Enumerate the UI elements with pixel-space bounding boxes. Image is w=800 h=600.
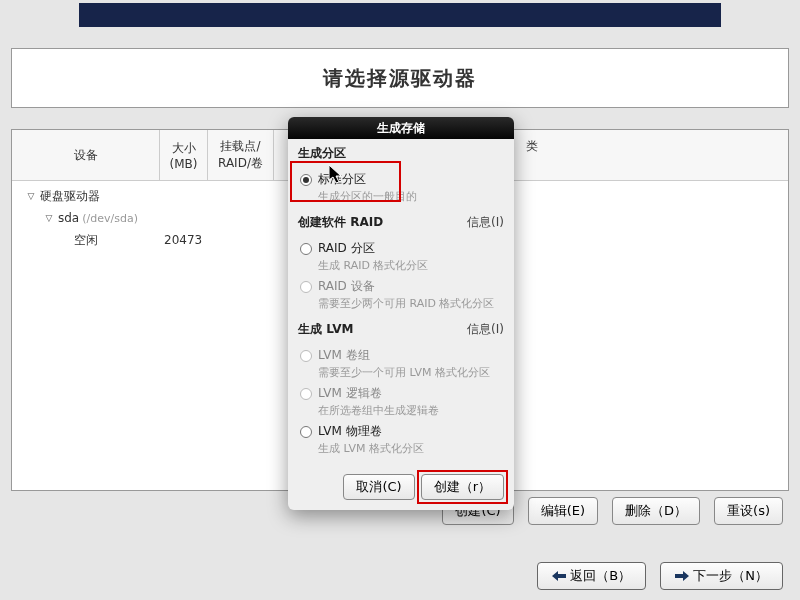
- radio-raid-device: RAID 设备: [298, 275, 504, 296]
- raid-info[interactable]: 信息(I): [467, 214, 504, 231]
- arrow-right-icon: [675, 571, 689, 581]
- radio-icon: [300, 388, 312, 400]
- next-button[interactable]: 下一步（N）: [660, 562, 783, 590]
- nav-actions: 返回（B） 下一步（N）: [11, 562, 789, 590]
- radio-icon: [300, 350, 312, 362]
- radio-lvm-lv: LVM 逻辑卷: [298, 382, 504, 403]
- dialog-body: 生成分区 标准分区 生成分区的一般目的 创建软件 RAID 信息(I) RAID…: [288, 139, 514, 466]
- radio-lvm-pv[interactable]: LVM 物理卷: [298, 420, 504, 441]
- disk-path: (/dev/sda): [82, 212, 138, 225]
- edit-button[interactable]: 编辑(E): [528, 497, 598, 525]
- dialog-create-button[interactable]: 创建（r）: [421, 474, 504, 500]
- free-label: 空闲: [74, 232, 98, 249]
- svg-marker-0: [552, 571, 566, 581]
- col-size[interactable]: 大小 (MB): [160, 130, 208, 180]
- lvm-pv-sub: 生成 LVM 格式化分区: [298, 441, 504, 456]
- create-storage-dialog: 生成存储 生成分区 标准分区 生成分区的一般目的 创建软件 RAID 信息(I)…: [288, 117, 514, 510]
- lvm-lv-sub: 在所选卷组中生成逻辑卷: [298, 403, 504, 418]
- raid-part-sub: 生成 RAID 格式化分区: [298, 258, 504, 273]
- radio-icon: [300, 426, 312, 438]
- radio-lvm-vg: LVM 卷组: [298, 344, 504, 365]
- radio-standard-partition[interactable]: 标准分区: [298, 168, 504, 189]
- section-partition: 生成分区: [298, 145, 504, 162]
- radio-icon: [300, 281, 312, 293]
- title-panel: 请选择源驱动器: [11, 48, 789, 108]
- section-raid: 创建软件 RAID 信息(I): [298, 214, 504, 231]
- radio-icon: [300, 243, 312, 255]
- page-title: 请选择源驱动器: [323, 65, 477, 92]
- standard-sub: 生成分区的一般目的: [298, 189, 504, 204]
- back-button[interactable]: 返回（B）: [537, 562, 646, 590]
- col-mount[interactable]: 挂载点/ RAID/卷: [208, 130, 274, 180]
- raid-dev-sub: 需要至少两个可用 RAID 格式化分区: [298, 296, 504, 311]
- expand-icon[interactable]: ▽: [22, 191, 40, 201]
- delete-button[interactable]: 删除（D）: [612, 497, 700, 525]
- root-label: 硬盘驱动器: [40, 188, 100, 205]
- free-size: 20473: [160, 233, 208, 247]
- radio-raid-partition[interactable]: RAID 分区: [298, 237, 504, 258]
- reset-button[interactable]: 重设(s): [714, 497, 783, 525]
- lvm-vg-sub: 需要至少一个可用 LVM 格式化分区: [298, 365, 504, 380]
- svg-marker-1: [675, 571, 689, 581]
- dialog-title: 生成存储: [288, 117, 514, 139]
- disk-label: sda: [58, 211, 79, 225]
- lvm-info[interactable]: 信息(I): [467, 321, 504, 338]
- radio-icon: [300, 174, 312, 186]
- expand-icon[interactable]: ▽: [40, 213, 58, 223]
- top-banner: [79, 3, 721, 27]
- col-device[interactable]: 设备: [12, 130, 160, 180]
- dialog-cancel-button[interactable]: 取消(C): [343, 474, 414, 500]
- dialog-actions: 取消(C) 创建（r）: [288, 466, 514, 510]
- section-lvm: 生成 LVM 信息(I): [298, 321, 504, 338]
- arrow-left-icon: [552, 571, 566, 581]
